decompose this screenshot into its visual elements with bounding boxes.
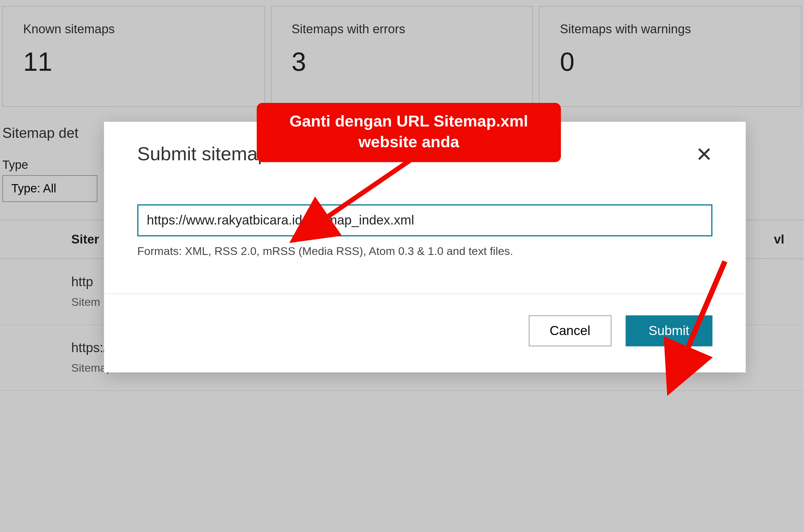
annotation-callout: Ganti dengan URL Sitemap.xml website and… [257,103,561,162]
sitemap-url-input[interactable] [137,204,712,236]
submit-button[interactable]: Submit [625,316,712,346]
annotation-line1: Ganti dengan URL Sitemap.xml [289,112,528,130]
dialog-title: Submit sitemap [137,143,268,165]
annotation-line2: website anda [358,133,459,151]
formats-hint: Formats: XML, RSS 2.0, mRSS (Media RSS),… [137,245,712,258]
cancel-button[interactable]: Cancel [529,316,611,346]
close-icon[interactable]: ✕ [696,144,712,164]
